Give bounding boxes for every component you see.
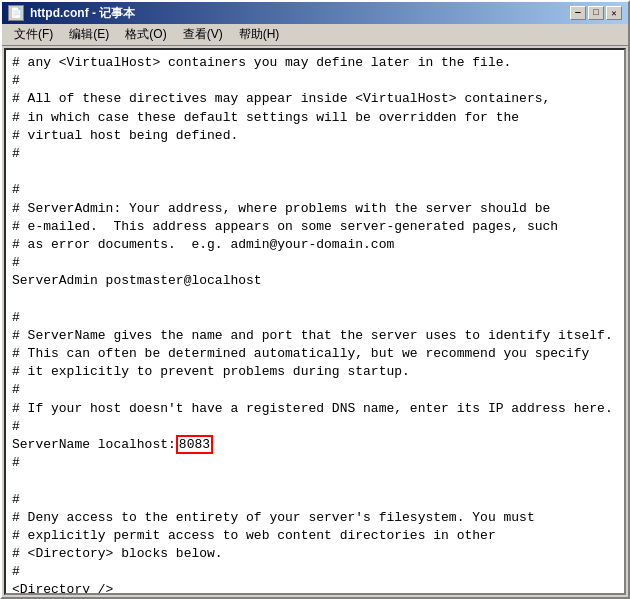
title-buttons: — □ ✕ [570, 6, 622, 20]
code-line: # <Directory> blocks below. [12, 545, 618, 563]
menu-bar: 文件(F) 编辑(E) 格式(O) 查看(V) 帮助(H) [2, 24, 628, 46]
app-icon: 📄 [8, 5, 24, 21]
code-line: # in which case these default settings w… [12, 109, 618, 127]
code-line [12, 163, 618, 181]
title-bar: 📄 httpd.conf - 记事本 — □ ✕ [2, 2, 628, 24]
code-line [12, 472, 618, 490]
code-line: # [12, 145, 618, 163]
menu-format[interactable]: 格式(O) [117, 24, 174, 45]
close-button[interactable]: ✕ [606, 6, 622, 20]
code-line: # virtual host being defined. [12, 127, 618, 145]
code-line: # e-mailed. This address appears on some… [12, 218, 618, 236]
code-line: # it explicitly to prevent problems duri… [12, 363, 618, 381]
window-title: httpd.conf - 记事本 [30, 5, 135, 22]
code-line: # [12, 254, 618, 272]
code-line: # [12, 418, 618, 436]
code-line: # any <VirtualHost> containers you may d… [12, 54, 618, 72]
code-text: # any <VirtualHost> containers you may d… [12, 54, 618, 595]
maximize-button[interactable]: □ [588, 6, 604, 20]
highlighted-port: 8083 [176, 435, 213, 454]
code-line: # Deny access to the entirety of your se… [12, 509, 618, 527]
code-line: # as error documents. e.g. admin@your-do… [12, 236, 618, 254]
code-line: # If your host doesn't have a registered… [12, 400, 618, 418]
code-line: # [12, 454, 618, 472]
code-line: <Directory /> [12, 581, 618, 595]
code-line: # [12, 181, 618, 199]
menu-file[interactable]: 文件(F) [6, 24, 61, 45]
menu-view[interactable]: 查看(V) [175, 24, 231, 45]
code-line: # explicitly permit access to web conten… [12, 527, 618, 545]
menu-edit[interactable]: 编辑(E) [61, 24, 117, 45]
code-line: # [12, 563, 618, 581]
code-line: # [12, 381, 618, 399]
code-line: # ServerName gives the name and port tha… [12, 327, 618, 345]
title-bar-left: 📄 httpd.conf - 记事本 [8, 5, 135, 22]
main-window: 📄 httpd.conf - 记事本 — □ ✕ 文件(F) 编辑(E) 格式(… [0, 0, 630, 599]
text-editor-content[interactable]: # any <VirtualHost> containers you may d… [4, 48, 626, 595]
minimize-button[interactable]: — [570, 6, 586, 20]
menu-help[interactable]: 帮助(H) [231, 24, 288, 45]
code-line: # [12, 72, 618, 90]
code-line: # ServerAdmin: Your address, where probl… [12, 200, 618, 218]
code-line [12, 290, 618, 308]
code-line: ServerAdmin postmaster@localhost [12, 272, 618, 290]
code-line: # This can often be determined automatic… [12, 345, 618, 363]
code-line: ServerName localhost:8083 [12, 436, 618, 454]
code-line: # [12, 491, 618, 509]
code-line: # All of these directives may appear ins… [12, 90, 618, 108]
code-line: # [12, 309, 618, 327]
